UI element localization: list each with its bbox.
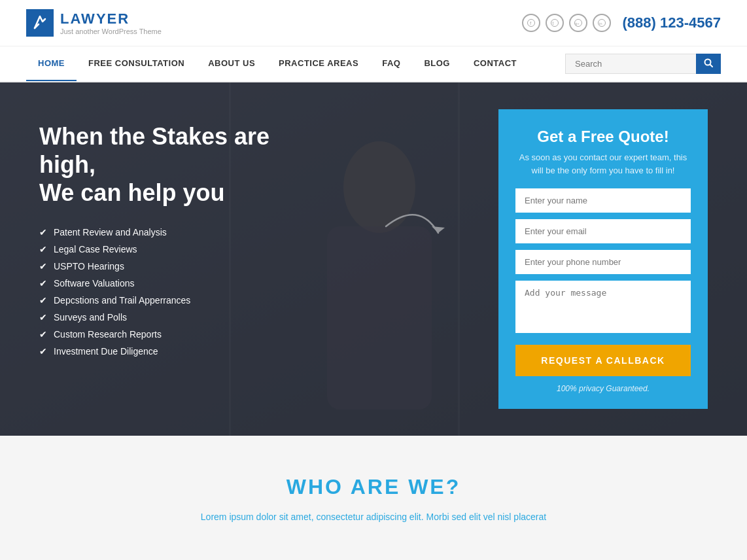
svg-text:f: f bbox=[530, 20, 532, 26]
logo-subtitle: Just another WordPress Theme bbox=[60, 27, 162, 35]
logo-text: LAWYER Just another WordPress Theme bbox=[60, 10, 162, 35]
quote-form: Get a Free Quote! As soon as you contact… bbox=[498, 109, 708, 409]
social-icons: f t g+ in bbox=[522, 14, 611, 32]
checkmark-icon: ✔ bbox=[39, 312, 47, 323]
googleplus-icon[interactable]: g+ bbox=[569, 14, 587, 32]
request-callback-button[interactable]: REQUEST A CALLBACK bbox=[515, 345, 691, 376]
checkmark-icon: ✔ bbox=[39, 329, 47, 340]
message-input[interactable] bbox=[515, 281, 691, 333]
hero-section: When the Stakes are high,We can help you… bbox=[0, 82, 747, 436]
name-input[interactable] bbox=[515, 188, 691, 213]
list-item: ✔Investment Due Diligence bbox=[39, 346, 314, 357]
nav-links: HOME FREE CONSULTATION ABOUT US PRACTICE… bbox=[26, 46, 529, 81]
hero-content: When the Stakes are high,We can help you… bbox=[0, 83, 747, 435]
who-section: WHO ARE WE? Lorem ipsum dolor sit amet, … bbox=[0, 436, 747, 560]
site-header: LAWYER Just another WordPress Theme f t bbox=[0, 0, 747, 46]
phone-number: (888) 123-4567 bbox=[623, 14, 721, 31]
phone-input[interactable] bbox=[515, 250, 691, 274]
header-right: f t g+ in (888) bbox=[522, 14, 721, 32]
main-nav: HOME FREE CONSULTATION ABOUT US PRACTICE… bbox=[0, 46, 747, 82]
nav-contact[interactable]: CONTACT bbox=[462, 46, 529, 81]
checkmark-icon: ✔ bbox=[39, 278, 47, 289]
list-item: ✔Software Valuations bbox=[39, 278, 314, 289]
search-input[interactable] bbox=[565, 54, 696, 74]
nav-practice-areas[interactable]: PRACTICE AREAS bbox=[267, 46, 370, 81]
twitter-icon[interactable]: t bbox=[546, 14, 564, 32]
list-item: ✔Custom Research Reports bbox=[39, 329, 314, 340]
linkedin-icon[interactable]: in bbox=[593, 14, 611, 32]
facebook-icon[interactable]: f bbox=[522, 14, 540, 32]
quote-form-title: Get a Free Quote! bbox=[515, 128, 691, 146]
checkmark-icon: ✔ bbox=[39, 261, 47, 271]
who-text: Lorem ipsum dolor sit amet, consectetur … bbox=[145, 510, 602, 524]
nav-about-us[interactable]: ABOUT US bbox=[196, 46, 267, 81]
hero-list: ✔Patent Review and Analysis ✔Legal Case … bbox=[39, 227, 314, 357]
checkmark-icon: ✔ bbox=[39, 244, 47, 254]
checkmark-icon: ✔ bbox=[39, 227, 47, 237]
search-button[interactable] bbox=[696, 54, 721, 74]
nav-blog[interactable]: BLOG bbox=[412, 46, 462, 81]
svg-text:t: t bbox=[552, 21, 553, 26]
list-item: ✔Surveys and Polls bbox=[39, 312, 314, 323]
svg-line-10 bbox=[710, 65, 713, 67]
logo-icon bbox=[26, 9, 54, 37]
logo-title: LAWYER bbox=[60, 10, 162, 27]
who-title: WHO ARE WE? bbox=[26, 475, 721, 499]
svg-text:in: in bbox=[599, 22, 602, 26]
list-item: ✔USPTO Hearings bbox=[39, 261, 314, 271]
privacy-text: 100% privacy Guaranteed. bbox=[515, 384, 691, 393]
checkmark-icon: ✔ bbox=[39, 346, 47, 357]
list-item: ✔Depcstions and Trail Apperrances bbox=[39, 295, 314, 306]
list-item: ✔Legal Case Reviews bbox=[39, 244, 314, 254]
hero-left: When the Stakes are high,We can help you… bbox=[39, 109, 314, 357]
search-area bbox=[565, 54, 721, 74]
list-item: ✔Patent Review and Analysis bbox=[39, 227, 314, 237]
quote-form-subtitle: As soon as you contact our expert team, … bbox=[515, 151, 691, 177]
email-input[interactable] bbox=[515, 219, 691, 243]
hero-headline: When the Stakes are high,We can help you bbox=[39, 122, 314, 207]
nav-home[interactable]: HOME bbox=[26, 46, 77, 81]
logo[interactable]: LAWYER Just another WordPress Theme bbox=[26, 9, 162, 37]
nav-faq[interactable]: FAQ bbox=[370, 46, 412, 81]
nav-free-consultation[interactable]: FREE CONSULTATION bbox=[77, 46, 196, 81]
checkmark-icon: ✔ bbox=[39, 295, 47, 306]
svg-text:g+: g+ bbox=[575, 22, 580, 26]
